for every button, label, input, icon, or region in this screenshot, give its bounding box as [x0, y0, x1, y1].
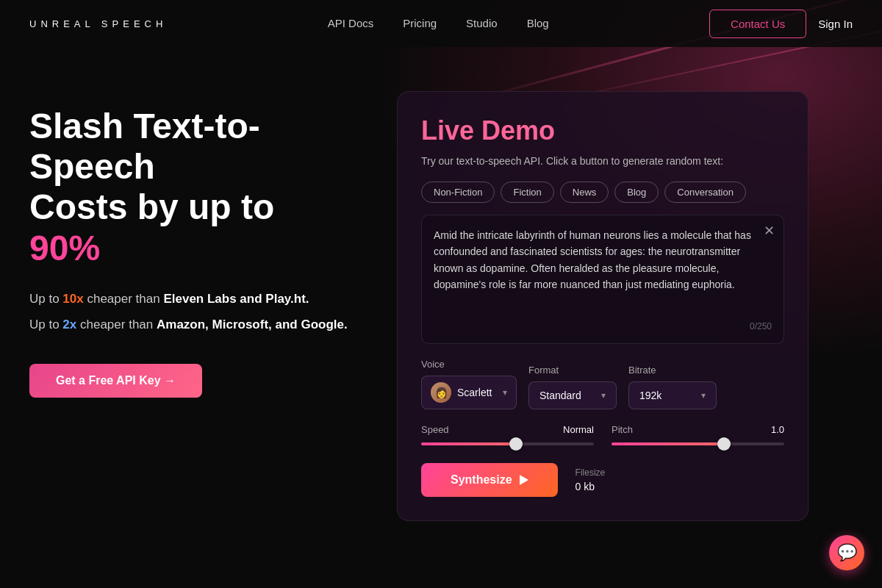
chat-icon: 💬: [837, 543, 857, 562]
cat-blog[interactable]: Blog: [614, 182, 659, 203]
pitch-track[interactable]: [612, 442, 784, 445]
voice-label: Voice: [421, 359, 517, 370]
demo-subtitle: Try our text-to-speech API. Click a butt…: [421, 155, 784, 167]
pitch-value: 1.0: [771, 424, 784, 435]
cat-fiction[interactable]: Fiction: [501, 182, 553, 203]
filesize-value: 0 kb: [576, 481, 606, 492]
hero-comparison2: Up to 2x cheaper than Amazon, Microsoft,…: [29, 315, 353, 334]
hero-section: Slash Text-to-Speech Costs by up to 90% …: [29, 91, 353, 398]
format-control: Format Standard ▾: [528, 365, 617, 409]
text-area-close-button[interactable]: ✕: [764, 224, 775, 237]
cat-conversation[interactable]: Conversation: [664, 182, 746, 203]
cat-non-fiction[interactable]: Non-Fiction: [421, 182, 495, 203]
format-select[interactable]: Standard ▾: [528, 381, 617, 409]
speed-label: Speed: [421, 424, 449, 435]
hero-headline: Slash Text-to-Speech Costs by up to 90%: [29, 106, 353, 268]
demo-title: Live Demo: [421, 115, 784, 146]
get-api-key-button[interactable]: Get a Free API Key →: [29, 364, 202, 398]
speed-slider-group: Speed Normal: [421, 424, 594, 445]
bitrate-value: 192k: [639, 390, 662, 401]
sliders-row: Speed Normal Pitch 1.0: [421, 424, 784, 445]
navbar: UNREAL SPEECH API Docs Pricing Studio Bl…: [0, 0, 882, 47]
headline-line1: Slash Text-to-Speech: [29, 107, 260, 186]
pitch-thumb[interactable]: [717, 437, 731, 451]
speed-value: Normal: [563, 424, 594, 435]
nav-blog[interactable]: Blog: [527, 17, 549, 29]
bitrate-dropdown-arrow: ▾: [701, 390, 706, 401]
sample-text[interactable]: Amid the intricate labyrinth of human ne…: [434, 227, 772, 315]
synthesize-button[interactable]: Synthesize: [421, 463, 558, 497]
signin-button[interactable]: Sign In: [818, 18, 853, 30]
pitch-label: Pitch: [612, 424, 633, 435]
speed-thumb[interactable]: [509, 437, 523, 451]
brand-logo: UNREAL SPEECH: [29, 18, 167, 29]
voice-select[interactable]: 👩 Scarlett ▾: [421, 376, 517, 409]
category-buttons: Non-Fiction Fiction News Blog Conversati…: [421, 182, 784, 203]
controls-row: Voice 👩 Scarlett ▾ Format Standard ▾ Bit…: [421, 359, 784, 409]
nav-api-docs[interactable]: API Docs: [328, 17, 374, 29]
highlight-2x: 2x: [62, 318, 76, 331]
bitrate-label: Bitrate: [628, 365, 717, 376]
filesize-group: Filesize 0 kb: [576, 467, 606, 492]
bitrate-select[interactable]: 192k ▾: [628, 381, 717, 409]
voice-name: Scarlett: [457, 387, 492, 398]
chat-bubble-button[interactable]: 💬: [829, 535, 864, 570]
pitch-fill: [612, 442, 724, 445]
char-count: 0/250: [434, 321, 772, 331]
format-label: Format: [528, 365, 617, 376]
voice-avatar: 👩: [431, 382, 451, 403]
nav-links: API Docs Pricing Studio Blog: [328, 17, 549, 30]
hero-comparison1: Up to 10x cheaper than Eleven Labs and P…: [29, 289, 353, 309]
headline-accent: 90%: [29, 229, 100, 268]
synthesize-label: Synthesize: [451, 473, 512, 487]
bitrate-control: Bitrate 192k ▾: [628, 365, 717, 409]
main-content: Slash Text-to-Speech Costs by up to 90% …: [0, 47, 882, 521]
cat-news[interactable]: News: [560, 182, 609, 203]
text-area-container: ✕ Amid the intricate labyrinth of human …: [421, 215, 784, 344]
play-icon: [520, 475, 528, 485]
headline-line2: Costs by up to 90%: [29, 187, 274, 267]
nav-pricing[interactable]: Pricing: [403, 17, 437, 29]
highlight-10x: 10x: [62, 292, 83, 306]
bottom-row: Synthesize Filesize 0 kb: [421, 463, 784, 497]
speed-track[interactable]: [421, 442, 594, 445]
pitch-slider-group: Pitch 1.0: [612, 424, 784, 445]
format-dropdown-arrow: ▾: [601, 390, 606, 401]
nav-studio[interactable]: Studio: [466, 17, 498, 29]
speed-fill: [421, 442, 516, 445]
demo-panel: Live Demo Try our text-to-speech API. Cl…: [397, 91, 808, 521]
voice-dropdown-arrow: ▾: [503, 387, 507, 398]
voice-control: Voice 👩 Scarlett ▾: [421, 359, 517, 409]
contact-button[interactable]: Contact Us: [709, 10, 806, 38]
format-value: Standard: [539, 390, 581, 401]
nav-actions: Contact Us Sign In: [709, 10, 853, 38]
filesize-label: Filesize: [576, 467, 606, 478]
